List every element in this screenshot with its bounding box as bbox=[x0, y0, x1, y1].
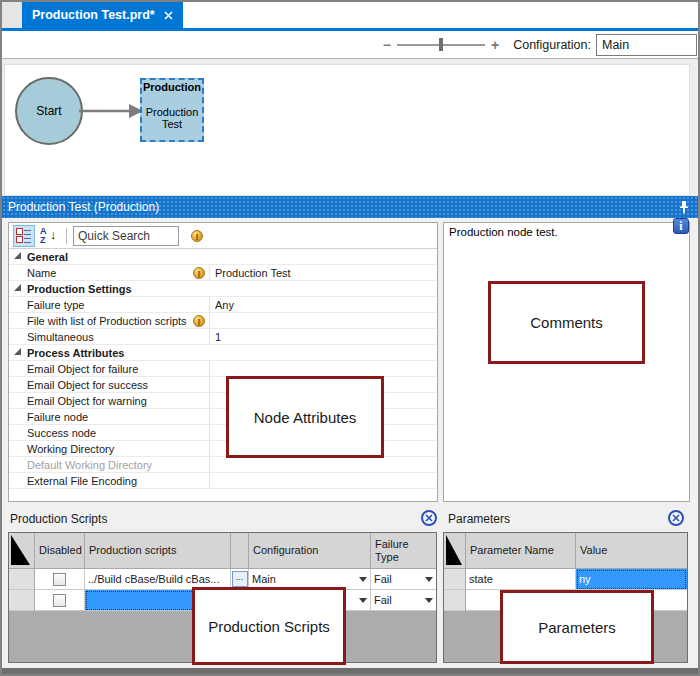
application-window: Production Test.prd* − + Configuration: … bbox=[0, 0, 700, 676]
col-header-value[interactable]: Value bbox=[576, 533, 687, 569]
row-header[interactable] bbox=[9, 590, 35, 611]
failure-type-cell[interactable]: Fail bbox=[371, 569, 436, 590]
tab-strip: Production Test.prd* bbox=[2, 2, 698, 28]
corner-triangle-icon bbox=[11, 535, 30, 565]
col-header-parameter-name[interactable]: Parameter Name bbox=[466, 533, 576, 569]
dropdown-arrow-icon[interactable] bbox=[359, 598, 367, 603]
select-all-corner[interactable] bbox=[9, 533, 35, 569]
production-node-name: Production Test bbox=[142, 106, 202, 130]
browse-button[interactable]: ... bbox=[232, 571, 248, 587]
property-row-failure-type[interactable]: Failure type Any bbox=[9, 297, 437, 313]
configuration-label: Configuration: bbox=[513, 38, 591, 52]
tab-close-icon[interactable] bbox=[164, 11, 173, 20]
annotation-production-scripts: Production Scripts bbox=[192, 587, 346, 665]
zoom-slider-handle[interactable] bbox=[439, 38, 443, 51]
col-header-production-scripts[interactable]: Production scripts bbox=[85, 533, 231, 569]
document-tab-title: Production Test.prd* bbox=[32, 8, 155, 22]
dropdown-arrow-icon[interactable] bbox=[425, 598, 433, 603]
property-row-external-file-encoding[interactable]: External File Encoding bbox=[9, 473, 437, 489]
parameters-title: Parameters bbox=[448, 512, 510, 526]
tab-strip-spacer bbox=[2, 2, 22, 28]
checkbox-unchecked[interactable] bbox=[53, 594, 66, 607]
parameter-row-1: state ny bbox=[444, 569, 687, 590]
window-bottom-edge bbox=[2, 668, 698, 674]
warning-icon: ! bbox=[193, 267, 205, 279]
disabled-cell[interactable] bbox=[35, 590, 85, 611]
connector-arrow bbox=[79, 101, 145, 121]
property-row-file-list[interactable]: File with list of Production scripts ! bbox=[9, 313, 437, 329]
production-scripts-title: Production Scripts bbox=[10, 512, 107, 526]
property-row-default-working-directory[interactable]: Default Working Directory bbox=[9, 457, 437, 473]
configuration-select[interactable]: Main bbox=[596, 34, 697, 56]
comments-text[interactable]: Production node test. bbox=[444, 223, 689, 241]
start-node[interactable]: Start bbox=[15, 77, 83, 145]
zoom-slider[interactable]: − + bbox=[383, 38, 499, 52]
corner-triangle-icon bbox=[446, 535, 462, 565]
properties-titlebar[interactable]: Production Test (Production) bbox=[2, 196, 698, 218]
col-header-disabled[interactable]: Disabled bbox=[35, 533, 85, 569]
pin-icon[interactable] bbox=[678, 200, 690, 214]
warning-icon: ! bbox=[191, 230, 203, 242]
annotation-node-attributes: Node Attributes bbox=[226, 376, 384, 458]
row-header[interactable] bbox=[444, 590, 466, 611]
select-all-corner[interactable] bbox=[444, 533, 466, 569]
dropdown-arrow-icon[interactable] bbox=[359, 577, 367, 582]
zoom-in-icon[interactable]: + bbox=[491, 38, 499, 52]
property-section-production-settings[interactable]: Production Settings bbox=[9, 281, 437, 297]
checkbox-unchecked[interactable] bbox=[53, 573, 66, 586]
col-header-configuration[interactable]: Configuration bbox=[249, 533, 371, 569]
collapse-icon[interactable] bbox=[14, 252, 21, 259]
document-tab[interactable]: Production Test.prd* bbox=[22, 2, 183, 28]
property-row-email-failure[interactable]: Email Object for failure bbox=[9, 361, 437, 377]
close-icon[interactable] bbox=[668, 510, 684, 526]
property-section-process-attributes[interactable]: Process Attributes bbox=[9, 345, 437, 361]
quick-search-input[interactable] bbox=[73, 226, 179, 246]
workflow-canvas[interactable]: Start Production Production Test bbox=[2, 59, 698, 196]
scripts-header-row: Disabled Production scripts Configuratio… bbox=[9, 533, 436, 569]
zoom-out-icon[interactable]: − bbox=[383, 38, 391, 52]
annotation-parameters: Parameters bbox=[500, 590, 654, 664]
info-icon[interactable]: i bbox=[673, 218, 689, 234]
properties-area: A Z ↓ ! General Name ! Production Test bbox=[2, 218, 698, 505]
zoom-slider-track[interactable] bbox=[397, 38, 485, 51]
workflow-canvas-surface[interactable]: Start Production Production Test bbox=[4, 64, 690, 196]
start-node-label: Start bbox=[36, 104, 61, 118]
collapse-icon[interactable] bbox=[14, 284, 21, 291]
col-header-browse bbox=[231, 533, 249, 569]
sort-alphabetical-button[interactable]: A Z ↓ bbox=[38, 226, 62, 246]
categorize-button[interactable] bbox=[13, 225, 35, 247]
categorize-icon bbox=[16, 228, 23, 235]
parameter-name-cell[interactable]: state bbox=[466, 569, 576, 590]
toolbar-separator bbox=[66, 228, 67, 244]
property-section-general[interactable]: General bbox=[9, 249, 437, 265]
property-row-name[interactable]: Name ! Production Test bbox=[9, 265, 437, 281]
collapse-icon[interactable] bbox=[14, 348, 21, 355]
close-icon[interactable] bbox=[421, 510, 437, 526]
col-header-failure-type[interactable]: Failure Type bbox=[371, 533, 436, 569]
dropdown-arrow-icon[interactable] bbox=[425, 577, 433, 582]
row-header[interactable] bbox=[444, 569, 466, 590]
property-grid-toolbar: A Z ↓ ! bbox=[9, 223, 437, 249]
production-node-type: Production bbox=[142, 81, 202, 93]
annotation-comments: Comments bbox=[488, 281, 645, 364]
canvas-toolbar: − + Configuration: Main bbox=[2, 31, 698, 59]
property-grid-panel: A Z ↓ ! General Name ! Production Test bbox=[8, 222, 438, 502]
disabled-cell[interactable] bbox=[35, 569, 85, 590]
warning-icon: ! bbox=[193, 315, 205, 327]
bottom-tables-area: Production Scripts Disabled Production s… bbox=[2, 505, 698, 670]
parameters-header-row: Parameter Name Value bbox=[444, 533, 687, 569]
production-node[interactable]: Production Production Test bbox=[140, 78, 204, 142]
row-header[interactable] bbox=[9, 569, 35, 590]
parameter-value-cell-selected[interactable]: ny bbox=[576, 569, 687, 590]
properties-titlebar-text: Production Test (Production) bbox=[8, 200, 159, 214]
property-row-simultaneous[interactable]: Simultaneous 1 bbox=[9, 329, 437, 345]
failure-type-cell[interactable]: Fail bbox=[371, 590, 436, 611]
